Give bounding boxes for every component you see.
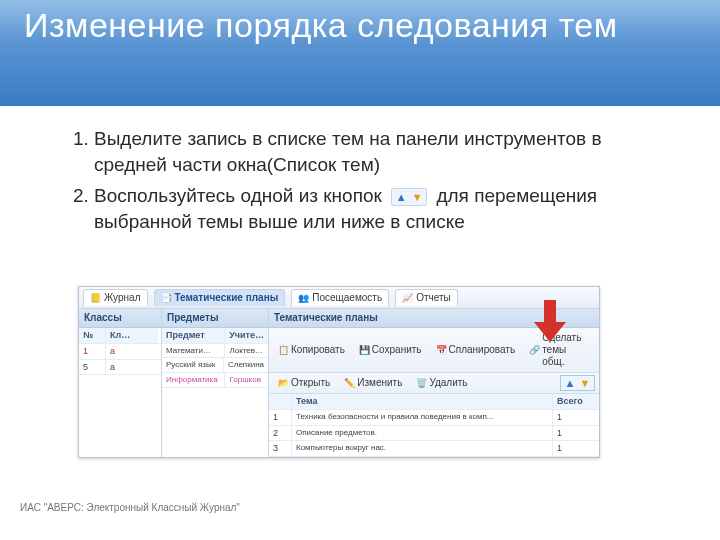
topics-toolbar-2: 📂Открыть ✏️Изменить 🗑️Удалить ▲ ▼ [269,373,599,394]
cell: Русский язык [162,358,224,372]
footer-note: ИАС "АВЕРС: Электронный Классный Журнал" [20,502,240,513]
classes-header: № Кл… [79,328,161,344]
share-icon: 🔗 [529,345,540,356]
cell: Описание предметов. [292,426,553,441]
subjects-title: Предметы [162,309,268,328]
btn-label: Удалить [429,377,467,389]
btn-label: Копировать [291,344,345,356]
col-header[interactable]: Предмет [162,328,225,343]
tab-reports[interactable]: 📈Отчеты [395,289,458,306]
highlight-arrow-icon [534,300,566,342]
move-topic-buttons: ▲ ▼ [560,375,595,391]
col-header[interactable]: Тема [292,394,553,409]
col-header[interactable]: Учите… [225,328,268,343]
col-header[interactable]: № [79,328,106,343]
tab-label: Отчеты [416,292,451,304]
tab-journal[interactable]: 📒Журнал [83,289,148,306]
plan-button[interactable]: 📅Спланировать [431,342,521,358]
cell: 2 [269,426,292,441]
save-icon: 💾 [359,345,370,356]
subjects-panel: Предметы Предмет Учите… Математи… Локтев… [162,309,269,457]
cell: 1 [553,441,599,456]
main-tabs: 📒Журнал 📑Тематические планы 👥Посещаемост… [79,287,599,309]
classes-title: Классы [79,309,161,328]
table-row[interactable]: 1 Техника безопасности и правила поведен… [269,410,599,426]
btn-label: Сохранить [372,344,422,356]
table-row[interactable]: 3 Компьютеры вокруг нас. 1 [269,441,599,457]
table-row[interactable]: 5 а [79,360,161,376]
table-row[interactable]: Математи… Локтев… [162,344,268,359]
tab-label: Журнал [104,292,141,304]
open-button[interactable]: 📂Открыть [273,375,335,391]
step-2: Воспользуйтесь одной из кнопок ▲ ▼ для п… [94,183,650,234]
instruction-list: Выделите запись в списке тем на панели и… [70,126,650,235]
pencil-icon: ✏️ [344,378,355,389]
edit-button[interactable]: ✏️Изменить [339,375,407,391]
reports-icon: 📈 [402,293,413,304]
cell: 5 [79,360,106,375]
cell: Горшков [225,373,268,387]
btn-label: Изменить [357,377,402,389]
cell: а [106,344,158,359]
cell: 1 [79,344,106,359]
move-up-button[interactable]: ▲ [563,376,577,390]
tab-label: Посещаемость [312,292,382,304]
calendar-icon: 📅 [436,345,447,356]
subjects-header: Предмет Учите… [162,328,268,344]
table-row[interactable]: 1 а [79,344,161,360]
trash-icon: 🗑️ [416,378,427,389]
cell: 1 [269,410,292,425]
cell: 1 [553,426,599,441]
cell: Локтев… [225,344,268,358]
table-row[interactable]: Русский язык Слепкина [162,358,268,373]
topics-header: Тема Всего [269,394,599,410]
arrow-up-icon[interactable]: ▲ [394,190,408,204]
cell: Информатика [162,373,225,387]
cell: Математи… [162,344,225,358]
step-1: Выделите запись в списке тем на панели и… [94,126,650,177]
journal-icon: 📒 [90,293,101,304]
save-button[interactable]: 💾Сохранить [354,342,427,358]
delete-button[interactable]: 🗑️Удалить [411,375,472,391]
cell: Техника безопасности и правила поведения… [292,410,553,425]
slide-body: Выделите запись в списке тем на панели и… [0,106,720,235]
folder-open-icon: 📂 [278,378,289,389]
table-row[interactable]: 2 Описание предметов. 1 [269,426,599,442]
copy-button[interactable]: 📋Копировать [273,342,350,358]
updown-buttons-inline[interactable]: ▲ ▼ [391,188,427,206]
cell: 1 [553,410,599,425]
attendance-icon: 👥 [298,293,309,304]
col-header[interactable]: Всего [553,394,599,409]
tab-label: Тематические планы [175,292,279,304]
col-header[interactable] [269,394,292,409]
btn-label: Спланировать [449,344,516,356]
table-row[interactable]: Информатика Горшков [162,373,268,388]
slide-banner: Изменение порядка следования тем [0,0,720,106]
plans-icon: 📑 [161,293,172,304]
arrow-down-icon[interactable]: ▼ [410,190,424,204]
tab-plans[interactable]: 📑Тематические планы [154,289,286,306]
slide-title: Изменение порядка следования тем [24,6,696,45]
cell: 3 [269,441,292,456]
cell: Компьютеры вокруг нас. [292,441,553,456]
step-2a-text: Воспользуйтесь одной из кнопок [94,185,382,206]
cell: Слепкина [224,358,268,372]
btn-label: Открыть [291,377,330,389]
move-down-button[interactable]: ▼ [578,376,592,390]
classes-panel: Классы № Кл… 1 а 5 а [79,309,162,457]
cell: а [106,360,158,375]
copy-icon: 📋 [278,345,289,356]
tab-attendance[interactable]: 👥Посещаемость [291,289,389,306]
topics-grid: Тема Всего 1 Техника безопасности и прав… [269,394,599,457]
col-header[interactable]: Кл… [106,328,158,343]
app-screenshot: 📒Журнал 📑Тематические планы 👥Посещаемост… [78,286,600,458]
